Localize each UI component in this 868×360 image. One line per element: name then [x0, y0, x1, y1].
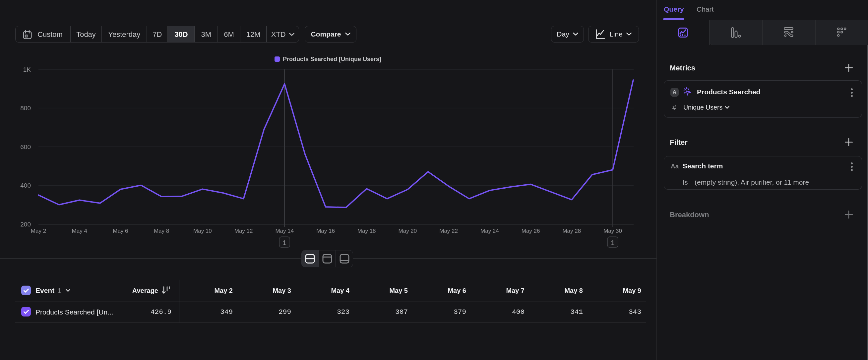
svg-text:Products Searched [Unique User: Products Searched [Unique Users]: [283, 56, 381, 62]
svg-text:May 28: May 28: [562, 228, 581, 234]
svg-text:1K: 1K: [23, 66, 31, 73]
svg-text:May 14: May 14: [275, 228, 294, 234]
svg-text:May 8: May 8: [154, 228, 169, 234]
svg-text:1: 1: [282, 239, 286, 246]
svg-text:May 22: May 22: [439, 228, 458, 234]
svg-text:200: 200: [20, 221, 31, 228]
svg-text:May 2: May 2: [31, 228, 46, 234]
svg-text:600: 600: [20, 143, 31, 150]
svg-text:1: 1: [611, 239, 615, 246]
svg-text:May 24: May 24: [480, 228, 499, 234]
svg-text:400: 400: [20, 182, 31, 189]
svg-text:May 6: May 6: [113, 228, 128, 234]
svg-text:May 30: May 30: [603, 228, 622, 234]
svg-text:May 18: May 18: [358, 228, 376, 234]
svg-text:May 4: May 4: [72, 228, 87, 234]
svg-text:May 26: May 26: [522, 228, 540, 234]
svg-text:May 16: May 16: [316, 228, 335, 234]
svg-text:May 12: May 12: [235, 228, 253, 234]
svg-text:May 20: May 20: [399, 228, 417, 234]
svg-text:May 10: May 10: [193, 228, 212, 234]
svg-text:800: 800: [20, 105, 31, 112]
